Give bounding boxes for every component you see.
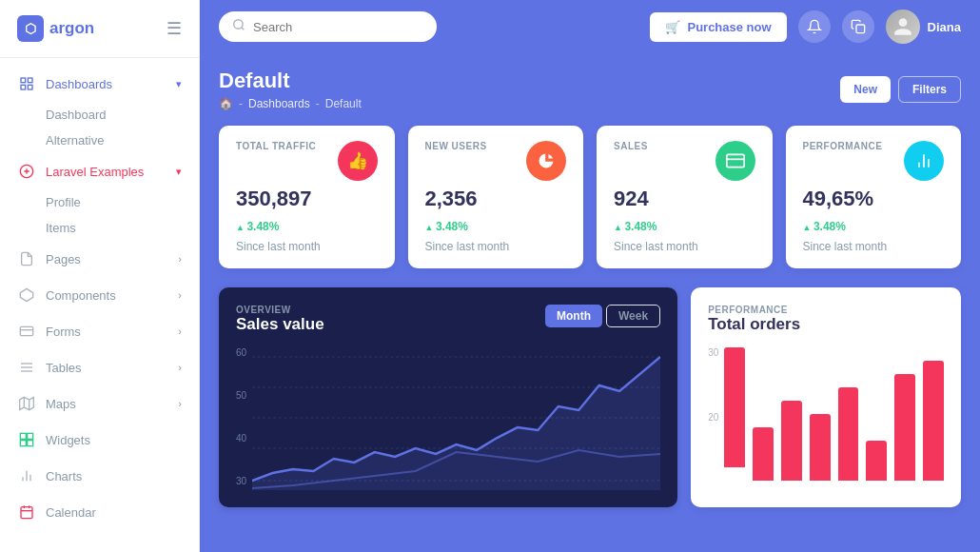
avatar	[886, 10, 920, 44]
sidebar-item-alternative[interactable]: Alternative	[46, 128, 199, 153]
charts-row: OVERVIEW Sales value Month Week 60 50 40	[219, 287, 961, 507]
home-icon[interactable]: 🏠	[219, 97, 233, 110]
purchase-button[interactable]: 🛒 Purchase now	[650, 12, 786, 42]
stat-header: TOTAL TRAFFIC 👍	[236, 141, 378, 181]
sidebar-item-charts[interactable]: Charts	[0, 458, 199, 494]
bar-group-3	[781, 347, 802, 481]
orders-chart-card: PERFORMANCE Total orders 30 20	[691, 287, 961, 507]
chevron-down-icon: ▾	[176, 166, 182, 178]
stat-card-users: NEW USERS 2,356 3.48% Since last month	[408, 126, 584, 268]
sidebar-item-items[interactable]: Items	[46, 215, 199, 241]
sidebar-item-laravel[interactable]: Laravel Examples ▾	[0, 153, 199, 189]
bar-group-4	[810, 347, 831, 481]
month-button[interactable]: Month	[545, 305, 602, 327]
chart-header: OVERVIEW Sales value Month Week	[236, 305, 660, 334]
nav-section: Dashboards ▾ Dashboard Alternative Larav…	[0, 58, 199, 538]
stat-icon-performance	[904, 141, 944, 181]
chart-info: PERFORMANCE Total orders	[708, 305, 800, 334]
sidebar-item-widgets[interactable]: Widgets	[0, 422, 199, 458]
y-label-30: 30	[708, 347, 718, 358]
svg-marker-5	[20, 288, 32, 301]
svg-rect-15	[28, 433, 33, 439]
stat-card-sales: SALES 924 3.48% Since last month	[597, 126, 773, 268]
logo-label: argon	[49, 19, 94, 38]
chart-toggle: Month Week	[545, 305, 660, 327]
stat-change-pct: 3.48%	[236, 220, 279, 233]
sidebar-dashboards-label: Dashboards	[46, 77, 112, 91]
hamburger-button[interactable]: ☰	[167, 18, 182, 39]
stat-footer-users: Since last month	[425, 240, 567, 253]
user-name: Diana	[928, 20, 961, 34]
svg-marker-11	[20, 397, 34, 409]
svg-rect-17	[28, 441, 33, 446]
bar-2	[753, 427, 774, 481]
calendar-icon	[17, 503, 36, 522]
svg-rect-3	[28, 85, 32, 89]
chart-info: OVERVIEW Sales value	[236, 305, 324, 334]
svg-rect-16	[20, 441, 26, 446]
filters-button[interactable]: Filters	[898, 76, 961, 103]
sidebar-calendar-label: Calendar	[46, 505, 96, 520]
sidebar-item-pages[interactable]: Pages ›	[0, 241, 199, 277]
sidebar-item-dashboard[interactable]: Dashboard	[46, 102, 199, 128]
search-box[interactable]	[219, 11, 437, 42]
bar-5	[838, 387, 859, 481]
stat-icon-sales	[715, 141, 755, 181]
svg-rect-27	[856, 25, 865, 33]
sidebar-item-profile[interactable]: Profile	[46, 189, 199, 215]
search-icon	[232, 18, 245, 35]
charts-icon	[17, 466, 36, 485]
chevron-right-icon: ›	[178, 253, 182, 265]
user-menu[interactable]: Diana	[886, 10, 961, 44]
purchase-label: Purchase now	[687, 20, 771, 34]
stat-card-performance: PERFORMANCE 49,65% 3.48% Since last mont…	[786, 126, 962, 268]
main-area: 🛒 Purchase now Diana Default 🏠	[200, 0, 980, 552]
chart-title: Sales value	[236, 315, 324, 334]
week-button[interactable]: Week	[606, 305, 660, 327]
svg-rect-0	[21, 78, 26, 83]
svg-rect-1	[28, 78, 32, 83]
svg-rect-2	[21, 85, 26, 89]
stat-change-pct: 3.48%	[425, 220, 468, 233]
orders-chart-title: Total orders	[708, 315, 800, 334]
svg-rect-21	[21, 507, 32, 519]
laravel-submenu: Profile Items	[0, 189, 199, 241]
stat-label: NEW USERS	[425, 141, 487, 151]
notification-button[interactable]	[798, 10, 831, 43]
breadcrumb-row: Default 🏠 - Dashboards - Default New Fil…	[219, 69, 961, 110]
y-label-20: 20	[708, 412, 718, 423]
stat-icon-traffic: 👍	[338, 141, 378, 181]
bar-group-7	[894, 347, 915, 481]
line-chart	[252, 347, 660, 490]
chevron-right-icon: ›	[178, 325, 182, 337]
new-button[interactable]: New	[840, 76, 891, 103]
sidebar-maps-label: Maps	[46, 397, 76, 411]
sidebar-item-components[interactable]: Components ›	[0, 277, 199, 313]
tables-icon	[17, 358, 36, 377]
sidebar-components-label: Components	[46, 288, 116, 303]
sidebar-item-forms[interactable]: Forms ›	[0, 313, 199, 349]
sidebar-forms-label: Forms	[46, 325, 81, 339]
page-header: Default 🏠 - Dashboards - Default	[219, 69, 362, 110]
stat-label: PERFORMANCE	[803, 141, 883, 151]
bar-group-2	[753, 347, 774, 481]
bar-chart	[724, 347, 944, 481]
sidebar-item-calendar[interactable]: Calendar	[0, 494, 199, 530]
svg-rect-6	[20, 326, 32, 335]
content-area: Default 🏠 - Dashboards - Default New Fil…	[200, 53, 980, 552]
sidebar-item-tables[interactable]: Tables ›	[0, 349, 199, 385]
bar-group-8	[923, 347, 944, 481]
stat-footer-traffic: Since last month	[236, 240, 378, 253]
dashboards-submenu: Dashboard Alternative	[0, 102, 199, 153]
chevron-right-icon: ›	[178, 398, 182, 409]
sidebar-item-dashboards[interactable]: Dashboards ▾	[0, 66, 199, 102]
sales-chart-card: OVERVIEW Sales value Month Week 60 50 40	[219, 287, 677, 507]
stat-value-traffic: 350,897	[236, 187, 378, 211]
copy-button[interactable]	[842, 10, 874, 43]
sidebar-item-maps[interactable]: Maps ›	[0, 385, 199, 422]
bar-7	[894, 374, 915, 481]
widgets-icon	[17, 430, 36, 449]
orders-section-label: PERFORMANCE	[708, 305, 800, 315]
search-input[interactable]	[253, 20, 423, 34]
breadcrumb-dashboards[interactable]: Dashboards	[248, 97, 310, 110]
